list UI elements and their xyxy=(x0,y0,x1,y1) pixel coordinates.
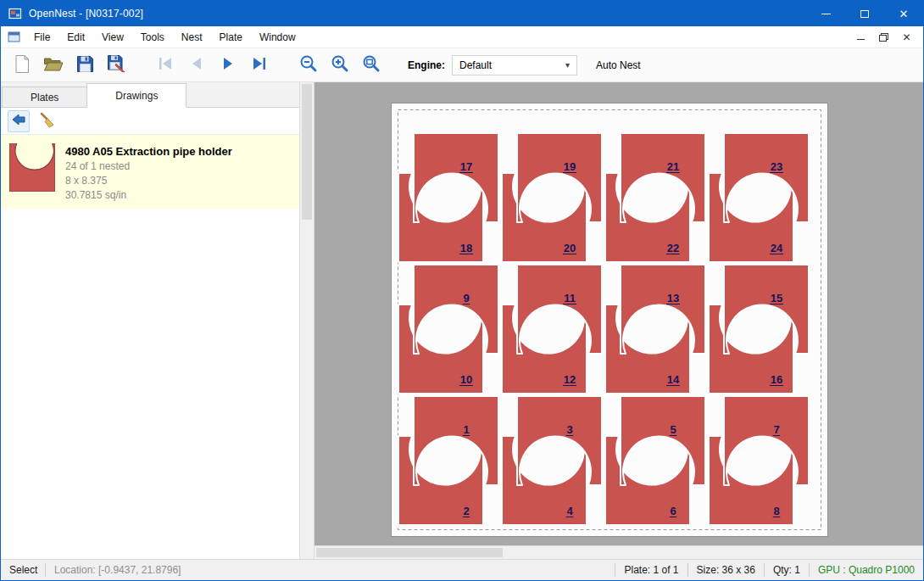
part-shape-top[interactable] xyxy=(414,265,498,354)
part-shape-top[interactable] xyxy=(414,396,498,485)
close-button[interactable]: ✕ xyxy=(884,1,923,26)
zoom-out-icon xyxy=(299,54,318,75)
nest-cell[interactable]: 1112 xyxy=(502,265,602,394)
mdi-minimize-button[interactable] xyxy=(849,26,872,47)
drawing-list-item[interactable]: 4980 A05 Extraction pipe holder 24 of 1 … xyxy=(1,135,299,209)
nest-cell[interactable]: 1314 xyxy=(605,265,705,394)
save-button[interactable] xyxy=(72,53,97,78)
part-number-top: 7 xyxy=(773,423,779,436)
chevron-down-icon: ▾ xyxy=(565,60,570,70)
tab-drawings[interactable]: Drawings xyxy=(86,83,186,108)
part-number-top: 9 xyxy=(463,292,469,304)
minimize-button[interactable] xyxy=(806,1,845,26)
drawing-list: 4980 A05 Extraction pipe holder 24 of 1 … xyxy=(1,135,299,559)
part-number-bottom: 22 xyxy=(667,242,679,254)
file-toolbar-group xyxy=(9,53,129,78)
menu-item-plate[interactable]: Plate xyxy=(211,26,251,47)
tab-plates[interactable]: Plates xyxy=(2,87,87,107)
auto-nest-button[interactable]: Auto Nest xyxy=(596,59,641,71)
part-number-top: 5 xyxy=(670,423,676,436)
menu-item-view[interactable]: View xyxy=(93,26,132,47)
nest-cell[interactable]: 910 xyxy=(398,265,498,394)
clear-nest-button[interactable] xyxy=(36,110,58,132)
status-location: Location: [-0.9437, 21.8796] xyxy=(46,560,189,580)
part-shape-top[interactable] xyxy=(517,396,602,485)
part-shape-top[interactable] xyxy=(621,133,705,222)
part-number-bottom: 20 xyxy=(564,242,576,254)
window-title: OpenNest - [N0317-002] xyxy=(29,8,143,20)
nest-cell[interactable]: 56 xyxy=(605,396,705,525)
nest-canvas[interactable]: 171819202122232491011121314151612345678 xyxy=(314,82,923,545)
status-bar: Select Location: [-0.9437, 21.8796] Plat… xyxy=(1,559,923,580)
return-arrow-icon xyxy=(11,113,26,130)
part-number-bottom: 8 xyxy=(773,505,779,517)
vertical-scrollbar[interactable] xyxy=(299,82,314,559)
status-size: Size: 36 x 36 xyxy=(688,560,764,580)
plate-svg[interactable]: 171819202122232491011121314151612345678 xyxy=(392,103,827,536)
part-number-bottom: 6 xyxy=(670,505,676,517)
part-shape-bottom[interactable] xyxy=(709,436,793,525)
part-shape-top[interactable] xyxy=(621,396,705,485)
save-as-button[interactable] xyxy=(103,53,129,78)
drawing-area: 30.7815 sq/in xyxy=(65,189,232,201)
status-gpu: GPU : Quadro P1000 xyxy=(810,560,923,580)
part-shape-bottom[interactable] xyxy=(502,436,587,525)
menu-item-file[interactable]: File xyxy=(25,26,58,47)
part-number-top: 21 xyxy=(667,160,679,173)
plate-nav-group xyxy=(153,53,272,78)
new-button[interactable] xyxy=(9,53,35,78)
last-plate-button[interactable] xyxy=(247,53,272,78)
engine-select[interactable]: Default ▾ xyxy=(452,55,577,75)
return-to-plate-button[interactable] xyxy=(8,110,30,132)
title-bar: OpenNest - [N0317-002] ✕ xyxy=(1,1,923,26)
nest-cell[interactable]: 2324 xyxy=(709,133,809,262)
nest-cell[interactable]: 78 xyxy=(709,396,809,525)
part-number-top: 19 xyxy=(564,160,576,173)
last-plate-icon xyxy=(251,56,268,74)
nest-cell[interactable]: 2122 xyxy=(605,133,705,262)
menu-item-edit[interactable]: Edit xyxy=(58,26,93,47)
part-number-bottom: 16 xyxy=(771,373,782,386)
status-plate: Plate: 1 of 1 xyxy=(615,560,687,580)
prev-plate-button[interactable] xyxy=(184,53,209,78)
maximize-icon xyxy=(860,10,869,18)
nest-cell[interactable]: 1516 xyxy=(709,265,809,394)
mdi-minimize-icon xyxy=(857,39,865,40)
next-plate-button[interactable] xyxy=(215,53,241,78)
zoom-group xyxy=(296,53,384,78)
zoom-out-button[interactable] xyxy=(296,53,321,78)
part-shape-top[interactable] xyxy=(724,133,809,222)
mdi-restore-button[interactable] xyxy=(872,26,895,47)
mdi-close-button[interactable]: ✕ xyxy=(895,26,918,47)
vertical-scrollbar-thumb[interactable] xyxy=(302,84,312,220)
menu-item-window[interactable]: Window xyxy=(251,26,304,47)
nest-cell[interactable]: 1718 xyxy=(398,133,498,262)
maximize-button[interactable] xyxy=(845,1,884,26)
first-plate-button[interactable] xyxy=(153,53,178,78)
menu-item-nest[interactable]: Nest xyxy=(173,26,211,47)
part-shape-bottom[interactable] xyxy=(605,436,690,525)
part-shape-top[interactable] xyxy=(621,265,705,354)
part-shape-top[interactable] xyxy=(724,396,809,485)
app-window: OpenNest - [N0317-002] ✕ File Edit View … xyxy=(0,0,924,581)
part-number-bottom: 2 xyxy=(463,505,469,517)
part-shape-top[interactable] xyxy=(414,133,498,222)
horizontal-scrollbar[interactable] xyxy=(314,545,923,559)
open-button[interactable] xyxy=(41,53,66,78)
part-thumbnail xyxy=(9,143,55,201)
content-area: Plates Drawings xyxy=(1,82,923,559)
zoom-fit-button[interactable] xyxy=(359,53,384,78)
part-shape-top[interactable] xyxy=(517,265,602,354)
part-number-bottom: 4 xyxy=(566,505,573,517)
part-shape-top[interactable] xyxy=(724,265,809,354)
nest-cell[interactable]: 12 xyxy=(398,396,498,525)
menu-item-tools[interactable]: Tools xyxy=(132,26,173,47)
prev-plate-icon xyxy=(188,56,205,74)
part-shape-top[interactable] xyxy=(517,133,602,222)
nest-cell[interactable]: 1920 xyxy=(502,133,602,262)
window-controls: ✕ xyxy=(806,1,923,26)
nest-cell[interactable]: 34 xyxy=(502,396,602,525)
zoom-in-button[interactable] xyxy=(327,53,353,78)
horizontal-scrollbar-thumb[interactable] xyxy=(316,548,503,557)
part-shape-bottom[interactable] xyxy=(398,436,483,525)
